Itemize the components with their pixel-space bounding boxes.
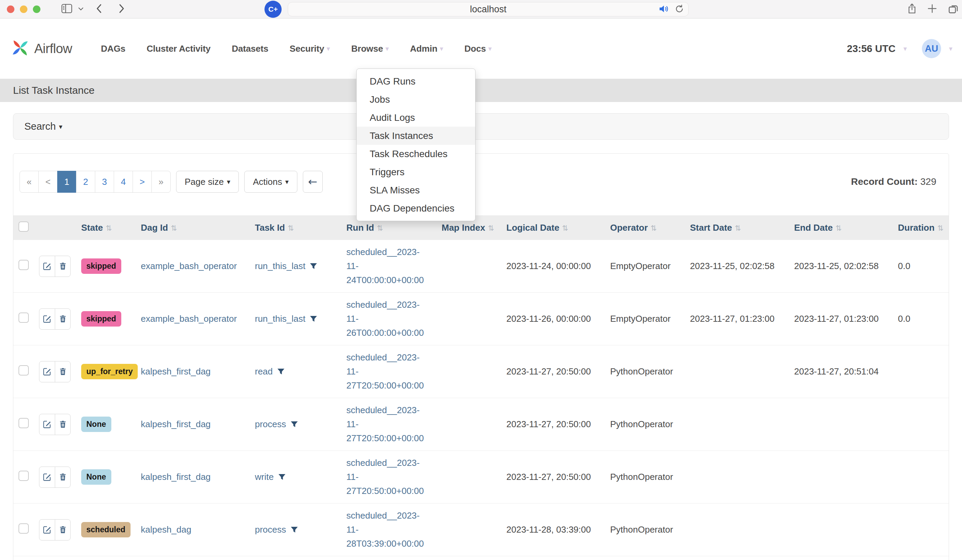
filter-icon[interactable] — [309, 315, 318, 323]
column-header-duration[interactable]: Duration — [898, 222, 935, 233]
nav-item-datasets[interactable]: Datasets — [232, 43, 269, 54]
run-id-link[interactable]: scheduled__2023-11-27T20:50:00+00:00 — [346, 456, 429, 498]
menu-item-dag-runs[interactable]: DAG Runs — [357, 72, 475, 90]
zoom-window-button[interactable] — [33, 5, 40, 13]
column-header-logical-date[interactable]: Logical Date — [506, 222, 560, 233]
sort-icon[interactable]: ⇅ — [735, 224, 741, 232]
page-size-button[interactable]: Page size▾ — [176, 171, 239, 193]
menu-item-triggers[interactable]: Triggers — [357, 163, 475, 181]
menu-item-sla-misses[interactable]: SLA Misses — [357, 181, 475, 199]
dag-id-link[interactable]: example_bash_operator — [141, 261, 237, 271]
row-checkbox[interactable] — [18, 365, 29, 375]
pagination-page-4[interactable]: 4 — [114, 171, 133, 193]
task-id-link[interactable]: process — [255, 525, 286, 535]
run-id-link[interactable]: scheduled__2023-11-26T00:00:00+00:00 — [346, 298, 429, 340]
menu-item-jobs[interactable]: Jobs — [357, 90, 475, 108]
dag-id-link[interactable]: kalpesh_first_dag — [141, 471, 211, 482]
go-back-button[interactable]: ← — [303, 171, 323, 193]
actions-button[interactable]: Actions▾ — [244, 171, 297, 193]
new-tab-icon[interactable] — [927, 3, 937, 15]
nav-item-security[interactable]: Security▾ — [289, 43, 330, 54]
pagination-page-1[interactable]: 1 — [57, 171, 76, 193]
column-header-start-date[interactable]: Start Date — [690, 222, 732, 233]
dag-id-link[interactable]: kalpesh_first_dag — [141, 419, 211, 429]
back-icon[interactable] — [95, 3, 103, 15]
edit-record-button[interactable] — [39, 362, 55, 382]
dag-id-link[interactable]: example_bash_operator — [141, 314, 237, 324]
delete-record-button[interactable] — [55, 256, 70, 277]
column-header-dag-id[interactable]: Dag Id — [141, 222, 168, 233]
filter-icon[interactable] — [290, 420, 299, 429]
delete-record-button[interactable] — [55, 467, 70, 488]
pagination-last[interactable]: » — [152, 171, 171, 193]
menu-item-audit-logs[interactable]: Audit Logs — [357, 108, 475, 127]
nav-item-admin[interactable]: Admin▾ — [410, 43, 443, 54]
sort-icon[interactable]: ⇅ — [836, 224, 842, 232]
menu-item-task-reschedules[interactable]: Task Reschedules — [357, 145, 475, 163]
edit-record-button[interactable] — [39, 414, 55, 435]
forward-icon[interactable] — [118, 3, 125, 15]
task-id-link[interactable]: run_this_last — [255, 261, 305, 272]
minimize-window-button[interactable] — [20, 5, 27, 13]
sort-icon[interactable]: ⇅ — [377, 224, 383, 232]
edit-record-button[interactable] — [39, 256, 55, 277]
delete-record-button[interactable] — [55, 362, 70, 382]
run-id-link[interactable]: scheduled__2023-11-28T03:39:00+00:00 — [346, 509, 429, 551]
edit-record-button[interactable] — [39, 520, 55, 540]
audio-speaker-icon[interactable] — [659, 4, 669, 15]
filter-icon[interactable] — [277, 367, 285, 376]
pagination-first[interactable]: « — [19, 171, 39, 193]
search-toggle[interactable]: Search — [24, 121, 56, 132]
sidebar-toggle-icon[interactable] — [61, 3, 73, 15]
airflow-brand[interactable]: Airflow — [10, 37, 72, 60]
run-id-link[interactable]: scheduled__2023-11-27T20:50:00+00:00 — [346, 403, 429, 445]
row-checkbox[interactable] — [18, 523, 29, 534]
sort-icon[interactable]: ⇅ — [171, 224, 177, 232]
select-all-checkbox[interactable] — [18, 222, 29, 232]
edit-record-button[interactable] — [39, 467, 55, 488]
pagination-page-3[interactable]: 3 — [95, 171, 114, 193]
column-header-map-index[interactable]: Map Index — [442, 222, 485, 233]
column-header-end-date[interactable]: End Date — [794, 222, 833, 233]
task-id-link[interactable]: write — [255, 471, 274, 482]
column-header-task-id[interactable]: Task Id — [255, 222, 285, 233]
avatar[interactable]: AU — [922, 39, 941, 58]
search-panel[interactable]: Search ▾ — [13, 113, 949, 140]
delete-record-button[interactable] — [55, 414, 70, 435]
pagination-prev[interactable]: < — [39, 171, 58, 193]
row-checkbox[interactable] — [18, 312, 29, 323]
nav-item-browse[interactable]: Browse▾ — [351, 43, 389, 54]
row-checkbox[interactable] — [18, 471, 29, 481]
address-bar[interactable]: localhost — [288, 2, 689, 16]
column-header-run-id[interactable]: Run Id — [346, 222, 374, 233]
chevron-down-icon[interactable] — [78, 6, 84, 12]
nav-item-cluster-activity[interactable]: Cluster Activity — [147, 43, 211, 54]
row-checkbox[interactable] — [18, 418, 29, 428]
sort-icon[interactable]: ⇅ — [562, 224, 568, 232]
task-id-link[interactable]: run_this_last — [255, 314, 305, 324]
pagination-page-2[interactable]: 2 — [76, 171, 95, 193]
sort-icon[interactable]: ⇅ — [106, 224, 112, 232]
delete-record-button[interactable] — [55, 309, 70, 329]
row-checkbox[interactable] — [18, 260, 29, 270]
tab-overview-icon[interactable] — [947, 3, 959, 15]
task-id-link[interactable]: read — [255, 366, 273, 377]
delete-record-button[interactable] — [55, 520, 70, 540]
sort-icon[interactable]: ⇅ — [488, 224, 494, 232]
clock-display[interactable]: 23:56 UTC — [847, 43, 896, 55]
nav-item-docs[interactable]: Docs▾ — [465, 43, 492, 54]
pagination-next[interactable]: > — [132, 171, 152, 193]
sort-icon[interactable]: ⇅ — [650, 224, 657, 232]
run-id-link[interactable]: scheduled__2023-11-24T00:00:00+00:00 — [346, 245, 429, 287]
nav-item-dags[interactable]: DAGs — [101, 43, 125, 54]
sort-icon[interactable]: ⇅ — [288, 224, 294, 232]
column-header-state[interactable]: State — [81, 222, 103, 233]
run-id-link[interactable]: scheduled__2023-11-27T20:50:00+00:00 — [346, 351, 429, 393]
dag-id-link[interactable]: kalpesh_first_dag — [141, 366, 211, 377]
column-header-operator[interactable]: Operator — [610, 222, 648, 233]
share-icon[interactable] — [907, 3, 917, 16]
close-window-button[interactable] — [7, 5, 15, 13]
dag-id-link[interactable]: kalpesh_dag — [141, 525, 191, 535]
sort-icon[interactable]: ⇅ — [937, 224, 944, 232]
menu-item-dag-dependencies[interactable]: DAG Dependencies — [357, 199, 475, 217]
